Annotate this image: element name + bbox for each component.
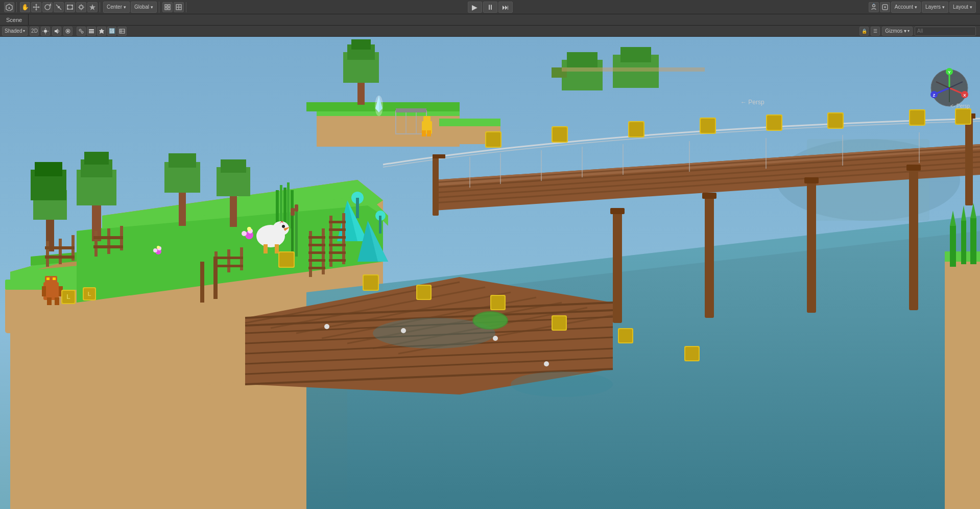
step-btn[interactable]: ⏭ [498, 2, 513, 13]
services-icon[interactable] [880, 2, 890, 12]
collab-icon[interactable] [869, 2, 879, 12]
scene-gizmo[interactable]: Y X Z [929, 67, 970, 108]
svg-rect-112 [433, 154, 445, 158]
svg-point-278 [511, 372, 613, 397]
svg-point-30 [872, 4, 875, 7]
svg-rect-216 [45, 276, 57, 285]
layout-dropdown[interactable]: Layout [949, 2, 976, 13]
svg-rect-246 [553, 127, 567, 142]
svg-rect-26 [168, 8, 170, 10]
svg-rect-273 [961, 221, 966, 264]
snap-btn[interactable] [162, 2, 173, 12]
layers-dropdown[interactable]: Layers [922, 2, 948, 13]
svg-rect-181 [213, 257, 243, 259]
svg-point-8 [45, 5, 50, 10]
svg-rect-47 [89, 31, 94, 32]
svg-marker-41 [55, 29, 58, 34]
unity-logo-icon[interactable]: ▲ [4, 2, 14, 12]
hand-tool-btn[interactable]: ✋ [20, 2, 30, 12]
svg-rect-250 [701, 119, 715, 133]
pivot-center-btn[interactable]: Center [103, 2, 130, 13]
scene-icon-1[interactable] [77, 27, 86, 36]
svg-point-205 [282, 225, 285, 228]
audio-toggle-btn[interactable] [52, 27, 61, 36]
svg-rect-261 [613, 211, 622, 323]
svg-rect-190 [308, 259, 325, 262]
svg-point-213 [153, 248, 157, 252]
svg-rect-176 [93, 236, 123, 239]
scene-tab[interactable]: Scene [0, 14, 29, 25]
svg-rect-219 [47, 297, 52, 305]
scene-icon-5[interactable] [117, 27, 127, 36]
scene-layers-icon[interactable] [87, 27, 96, 36]
scene-icon-4[interactable]: 🔢 [107, 27, 116, 36]
account-dropdown[interactable]: Account [891, 2, 921, 13]
svg-point-209 [242, 231, 247, 236]
svg-rect-196 [329, 236, 346, 239]
svg-rect-240 [619, 329, 632, 342]
scene-tab-bar: Scene [0, 14, 980, 26]
svg-line-11 [59, 7, 61, 10]
svg-rect-195 [329, 228, 346, 231]
svg-rect-179 [227, 249, 230, 272]
rotate-tool-btn[interactable] [42, 2, 53, 12]
play-btn[interactable]: ▶ [468, 2, 482, 13]
scale-tool-btn[interactable] [54, 2, 64, 12]
svg-rect-61 [620, 47, 651, 62]
svg-rect-194 [329, 221, 346, 223]
svg-rect-111 [433, 154, 439, 216]
svg-rect-263 [705, 195, 714, 318]
svg-rect-270 [945, 262, 980, 509]
scene-icon-3[interactable] [97, 27, 106, 36]
layers-icon-btn[interactable]: ☰ [871, 27, 880, 36]
svg-rect-204 [275, 244, 279, 253]
svg-rect-24 [168, 5, 170, 7]
svg-point-281 [324, 324, 329, 329]
3d-viewport[interactable]: L L [0, 37, 980, 509]
custom-tool-btn[interactable] [87, 2, 98, 12]
grid-btn[interactable] [174, 2, 184, 12]
svg-rect-133 [427, 130, 431, 136]
svg-text:← Persp: ← Persp [740, 99, 764, 106]
svg-rect-174 [107, 228, 110, 254]
svg-rect-187 [308, 236, 325, 239]
svg-marker-4 [35, 4, 37, 5]
svg-rect-238 [553, 316, 566, 330]
svg-rect-48 [89, 29, 94, 30]
gizmos-btn[interactable]: Gizmos ▾ [882, 27, 913, 36]
effects-toggle-btn[interactable] [63, 27, 73, 36]
search-input[interactable] [915, 27, 976, 36]
lock-icon-btn[interactable]: 🔒 [859, 27, 869, 36]
svg-rect-184 [213, 258, 218, 299]
right-controls-group: Account Layers Layout [867, 2, 978, 13]
pivot-global-btn[interactable]: Global [131, 2, 157, 13]
svg-rect-159 [295, 204, 298, 212]
scene-controls-bar: Shaded 2D [0, 26, 980, 37]
svg-rect-148 [230, 191, 237, 227]
svg-marker-50 [99, 29, 104, 34]
transform-tools-group: ✋ [18, 2, 100, 12]
svg-rect-139 [84, 152, 109, 165]
svg-rect-182 [213, 265, 243, 267]
svg-marker-7 [38, 6, 40, 8]
svg-rect-15 [67, 8, 68, 10]
transform-tool-btn[interactable] [76, 2, 86, 12]
lighting-toggle-btn[interactable] [41, 27, 50, 36]
svg-rect-191 [308, 267, 325, 269]
svg-rect-23 [165, 5, 167, 7]
rect-tool-btn[interactable] [65, 2, 75, 12]
svg-point-214 [157, 246, 160, 249]
svg-point-44 [79, 29, 81, 31]
svg-rect-58 [567, 52, 597, 67]
move-tool-btn[interactable] [31, 2, 41, 12]
svg-rect-252 [767, 115, 781, 130]
svg-rect-113 [965, 113, 973, 205]
pause-btn[interactable]: ⏸ [483, 2, 497, 13]
svg-line-46 [81, 31, 82, 31]
svg-point-280 [473, 312, 507, 329]
svg-point-43 [67, 30, 69, 32]
2d-toggle-btn[interactable]: 2D [30, 27, 39, 36]
svg-rect-172 [45, 256, 75, 259]
shading-mode-dropdown[interactable]: Shaded [2, 27, 28, 36]
svg-rect-222 [53, 277, 56, 280]
